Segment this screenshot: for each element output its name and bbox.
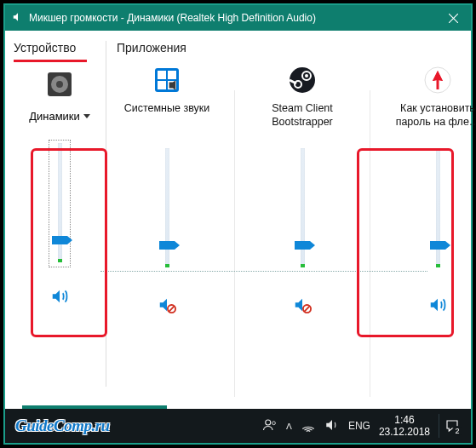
svg-rect-4 <box>158 71 166 79</box>
taskbar: GuideComp.ru ᐱ ENG 1:46 23.12.2018 2 <box>5 409 471 443</box>
device-name-dropdown[interactable]: Динамики <box>29 110 90 123</box>
clock[interactable]: 1:46 23.12.2018 <box>379 414 430 439</box>
windows-sound-icon[interactable] <box>150 63 184 97</box>
window-title: Микшер громкости - Динамики (Realtek Hig… <box>29 12 435 24</box>
yandex-browser-icon[interactable] <box>421 63 455 97</box>
svg-point-18 <box>266 420 271 425</box>
svg-point-2 <box>56 81 63 88</box>
device-channel: Динамики <box>14 64 106 308</box>
annotation-underline <box>14 60 87 62</box>
volume-tray-icon[interactable] <box>324 417 340 435</box>
app-mute-button[interactable] <box>155 293 179 317</box>
svg-line-15 <box>304 306 309 311</box>
tray-chevron-up-icon[interactable]: ᐱ <box>286 422 292 431</box>
app-volume-slider[interactable] <box>291 148 313 276</box>
svg-point-12 <box>305 74 308 78</box>
app-channel-yandex: Как установить пароль на фле… <box>387 60 476 397</box>
watermark: GuideComp.ru <box>15 416 262 435</box>
people-icon[interactable] <box>262 417 278 435</box>
titlebar: Микшер громкости - Динамики (Realtek Hig… <box>5 5 471 31</box>
action-center-button[interactable]: 2 <box>439 414 464 438</box>
device-section-label: Устройство <box>14 41 106 55</box>
speaker-device-icon[interactable] <box>43 67 77 101</box>
device-mute-button[interactable] <box>48 284 72 308</box>
device-volume-slider[interactable] <box>49 140 71 267</box>
language-indicator[interactable]: ENG <box>348 420 370 432</box>
svg-point-10 <box>290 67 315 93</box>
date: 23.12.2018 <box>379 426 430 438</box>
apps-section-label: Приложения <box>117 41 476 55</box>
chevron-down-icon <box>83 114 90 118</box>
app-mute-button[interactable] <box>426 293 450 317</box>
network-icon[interactable] <box>301 417 316 435</box>
app-channel-system-sounds: Системные звуки <box>117 60 217 397</box>
device-name-label: Динамики <box>29 110 80 123</box>
steam-icon[interactable] <box>285 63 319 97</box>
time: 1:46 <box>379 414 430 426</box>
app-volume-slider[interactable] <box>156 148 178 276</box>
device-section: Устройство Динамики <box>14 41 106 387</box>
app-channel-steam: Steam Client Bootstrapper <box>252 60 353 397</box>
applications-section: Приложения Системные звук <box>117 41 476 387</box>
svg-rect-6 <box>158 81 166 89</box>
svg-point-19 <box>272 421 276 424</box>
app-mute-button[interactable] <box>290 293 314 317</box>
app-label: Как установить пароль на фле… <box>389 102 477 131</box>
app-label: Steam Client Bootstrapper <box>254 102 352 131</box>
svg-line-9 <box>169 306 174 311</box>
close-button[interactable] <box>435 5 471 31</box>
system-tray: ᐱ ENG 1:46 23.12.2018 2 <box>262 414 464 439</box>
app-label: Системные звуки <box>124 102 210 131</box>
svg-rect-5 <box>168 71 176 79</box>
notification-badge: 2 <box>452 426 462 436</box>
volume-mixer-icon <box>12 11 24 26</box>
divider <box>370 90 370 397</box>
mixer-content: Устройство Динамики <box>5 31 471 395</box>
divider <box>234 90 235 397</box>
app-volume-slider[interactable] <box>427 148 449 276</box>
